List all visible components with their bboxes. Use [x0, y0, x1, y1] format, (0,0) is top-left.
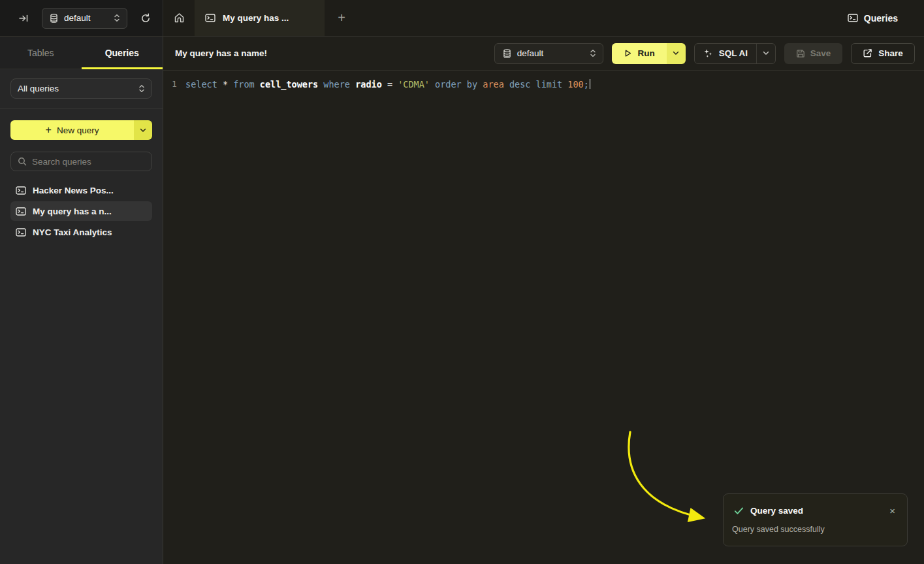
- query-filter-select[interactable]: All queries: [10, 78, 152, 99]
- sparkles-icon: [703, 48, 713, 58]
- chevron-down-icon: [763, 51, 769, 56]
- code-token: area: [483, 79, 509, 90]
- toast-close-button[interactable]: ×: [887, 505, 898, 517]
- queries-indicator-button[interactable]: Queries: [848, 0, 924, 36]
- code-token: *: [223, 79, 233, 90]
- database-icon: [50, 14, 58, 23]
- sql-ai-button-group: SQL AI: [694, 43, 776, 64]
- sql-ai-dropdown-button[interactable]: [756, 44, 775, 63]
- code-token: 100: [567, 79, 583, 90]
- collapse-sidebar-button[interactable]: [14, 9, 33, 27]
- home-icon: [174, 12, 185, 24]
- sidebar-database-value: default: [64, 13, 108, 23]
- sidebar: Tables Queries All queries + New query: [0, 37, 163, 564]
- run-label: Run: [638, 48, 655, 58]
- toast-message: Query saved successfully: [732, 525, 898, 534]
- query-terminal-icon: [205, 13, 215, 23]
- query-list-item-hacker-news[interactable]: Hacker News Pos...: [10, 180, 152, 200]
- new-query-button[interactable]: + New query: [10, 120, 152, 140]
- sidebar-tabs: Tables Queries: [0, 37, 163, 69]
- share-button[interactable]: Share: [851, 43, 915, 64]
- share-icon: [863, 48, 872, 58]
- new-query-label: New query: [57, 125, 99, 135]
- collapse-sidebar-icon: [18, 13, 29, 24]
- topbar-spacer: [358, 0, 848, 36]
- code-token: =: [387, 79, 398, 90]
- chevron-down-icon: [140, 128, 146, 133]
- sidebar-tab-queries[interactable]: Queries: [82, 37, 163, 69]
- code-token: 'CDMA': [398, 79, 435, 90]
- query-list-item-nyc-taxi[interactable]: NYC Taxi Analytics: [10, 222, 152, 242]
- code-token: radio: [355, 79, 387, 90]
- editor-line-number: 1: [163, 78, 185, 564]
- code-token: where: [323, 79, 355, 90]
- search-queries-box[interactable]: [10, 152, 152, 171]
- sql-ai-label: SQL AI: [719, 48, 748, 58]
- query-terminal-icon: [16, 207, 26, 216]
- select-chevrons-icon: [138, 84, 145, 93]
- top-bar: default: [0, 0, 924, 37]
- code-token: desc: [509, 79, 536, 90]
- toast-title: Query saved: [750, 506, 887, 516]
- save-button[interactable]: Save: [784, 43, 842, 64]
- queries-terminal-icon: [848, 13, 858, 23]
- check-icon: [734, 506, 744, 515]
- toast-header: Query saved ×: [734, 505, 898, 517]
- run-button-group: Run: [612, 43, 686, 64]
- tab-my-query[interactable]: My query has ...: [195, 0, 325, 36]
- toolbar-database-selector[interactable]: default: [494, 43, 603, 64]
- new-tab-button[interactable]: +: [325, 0, 358, 36]
- database-icon: [503, 49, 511, 58]
- new-query-main[interactable]: + New query: [10, 120, 134, 140]
- share-label: Share: [878, 48, 903, 58]
- query-list-item-my-query[interactable]: My query has a n...: [10, 201, 152, 221]
- editor-code-line: select * from cell_towers where radio = …: [185, 78, 924, 91]
- sidebar-divider: [0, 108, 163, 108]
- sidebar-body: All queries + New query: [0, 69, 163, 242]
- sidebar-tab-tables[interactable]: Tables: [0, 37, 82, 69]
- play-icon: [624, 49, 632, 58]
- home-tab-button[interactable]: [163, 0, 195, 36]
- plus-icon: +: [46, 124, 52, 136]
- refresh-icon: [140, 13, 151, 24]
- run-dropdown-button[interactable]: [667, 43, 686, 64]
- editor-code-area[interactable]: select * from cell_towers where radio = …: [185, 78, 924, 564]
- code-token: ;: [584, 79, 589, 90]
- query-terminal-icon: [16, 227, 26, 237]
- query-filter-value: All queries: [18, 84, 138, 93]
- code-token: cell_towers: [260, 79, 324, 90]
- toolbar-controls: default Run: [494, 43, 915, 64]
- search-icon: [18, 157, 27, 166]
- run-button[interactable]: Run: [612, 43, 667, 64]
- code-token: select: [185, 79, 223, 90]
- save-icon: [796, 49, 805, 58]
- code-token: limit: [536, 79, 568, 90]
- refresh-button[interactable]: [136, 9, 155, 27]
- query-title: My query has a name!: [175, 48, 494, 58]
- toolbar-database-value: default: [517, 48, 584, 58]
- select-chevrons-icon: [590, 49, 596, 58]
- select-chevrons-icon: [114, 14, 120, 22]
- search-queries-input[interactable]: [32, 157, 148, 167]
- query-item-label: Hacker News Pos...: [33, 186, 114, 195]
- query-list: Hacker News Pos... My query has a n... N…: [10, 180, 152, 242]
- text-cursor: [590, 79, 591, 89]
- new-query-dropdown-button[interactable]: [134, 120, 152, 140]
- tab-label: My query has ...: [223, 13, 289, 23]
- code-token: from: [233, 79, 260, 90]
- code-token: order by: [435, 79, 483, 90]
- queries-indicator-label: Queries: [864, 13, 898, 24]
- topbar-left-section: default: [0, 0, 163, 36]
- main-area: My query has a name! default: [163, 37, 924, 564]
- sidebar-database-selector[interactable]: default: [42, 8, 127, 29]
- query-terminal-icon: [16, 186, 26, 195]
- query-item-label: NYC Taxi Analytics: [33, 227, 112, 237]
- query-item-label: My query has a n...: [33, 207, 112, 216]
- sql-editor[interactable]: 1 select * from cell_towers where radio …: [163, 71, 924, 564]
- sql-ai-button[interactable]: SQL AI: [695, 44, 756, 63]
- toast-query-saved: Query saved × Query saved successfully: [723, 493, 908, 546]
- query-toolbar: My query has a name! default: [163, 37, 924, 71]
- chevron-down-icon: [673, 51, 679, 56]
- save-label: Save: [810, 48, 831, 58]
